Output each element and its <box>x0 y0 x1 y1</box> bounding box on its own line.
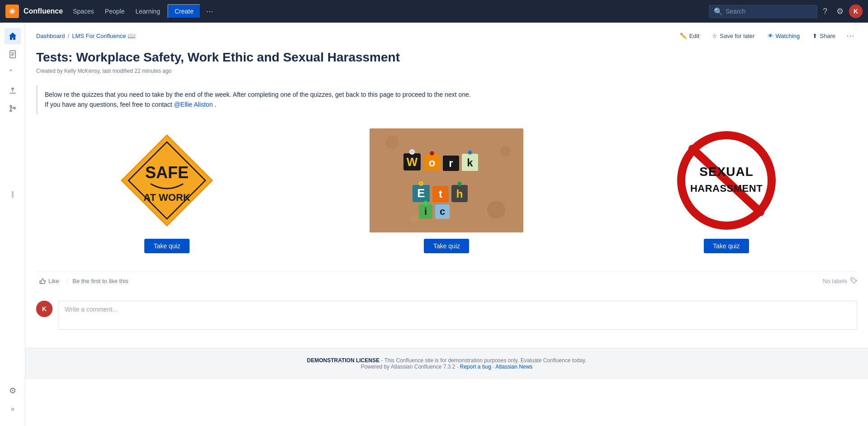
sidebar-icon-export[interactable] <box>5 82 21 99</box>
svg-text:K: K <box>854 8 858 15</box>
description-line2: If you have any questions, feel free to … <box>45 99 850 109</box>
share-button[interactable]: ⬆ Share <box>808 30 840 42</box>
watching-button[interactable]: 👁 Watching <box>763 30 805 42</box>
quiz-image-safe-at-work: SAFE AT WORK <box>90 128 244 232</box>
svg-text:AT WORK: AT WORK <box>143 192 190 203</box>
quiz-grid: SAFE AT WORK Take quiz <box>36 128 857 253</box>
take-quiz-button-3[interactable]: Take quiz <box>704 239 749 253</box>
page-footer-bar: Like | Be the first to like this No labe… <box>36 271 857 290</box>
settings-icon[interactable]: ⚙ <box>833 4 847 19</box>
page-meta: Created by Kelly McKensy, last modified … <box>36 68 857 74</box>
quiz-image-sexual-harassment: SEXUAL HARASSMENT <box>650 128 803 232</box>
thumbs-up-icon <box>39 277 46 284</box>
work-ethic-svg: W o r <box>370 128 523 232</box>
edit-icon: ✏️ <box>680 33 687 39</box>
nav-people[interactable]: People <box>100 5 129 18</box>
footer-license-desc: - This Confluence site is for demonstrat… <box>381 357 586 364</box>
description-prefix: If you have any questions, feel free to … <box>45 101 172 108</box>
sidebar-expand-icon[interactable]: » <box>5 401 21 417</box>
footer-news[interactable]: Atlassian News <box>495 364 532 370</box>
svg-point-7 <box>10 105 12 107</box>
help-icon[interactable]: ? <box>819 4 831 19</box>
comment-box: K Write a comment... <box>36 301 857 330</box>
create-button[interactable]: Create <box>167 4 201 19</box>
page-footer: DEMONSTRATION LICENSE - This Confluence … <box>25 348 868 379</box>
page-content: Tests: Workplace Safety, Work Ethic and … <box>25 43 868 348</box>
svg-point-8 <box>10 110 12 112</box>
svg-text:SEXUAL: SEXUAL <box>699 165 754 179</box>
svg-text:HARASSMENT: HARASSMENT <box>690 183 763 194</box>
label-icon <box>850 277 857 284</box>
like-separator: | <box>66 278 68 284</box>
svg-text:t: t <box>439 188 442 200</box>
quiz-card-safe-at-work: SAFE AT WORK Take quiz <box>36 128 298 253</box>
no-labels-text: No labels <box>823 278 847 284</box>
svg-text:i: i <box>424 206 427 217</box>
labels-area: No labels <box>823 277 857 284</box>
sidebar-settings-icon[interactable]: ⚙ <box>5 383 21 399</box>
watching-label: Watching <box>776 33 800 39</box>
page-title: Tests: Workplace Safety, Work Ethic and … <box>36 50 857 65</box>
main-content: Dashboard / LMS For Confluence 📖 ✏️ Edit… <box>25 23 868 426</box>
svg-text:E: E <box>417 186 425 200</box>
sidebar-icon-branch[interactable] <box>5 100 21 117</box>
take-quiz-button-1[interactable]: Take quiz <box>144 239 190 253</box>
search-input[interactable] <box>726 8 812 15</box>
app-brand-name: Confluence <box>24 7 63 15</box>
app-logo[interactable] <box>5 5 19 18</box>
sidebar-icon-quote[interactable]: " <box>5 64 21 80</box>
description-box: Below re the quizzes that you need to ta… <box>36 85 857 114</box>
quiz-image-work-ethic: W o r <box>370 128 523 232</box>
svg-text:SAFE: SAFE <box>145 163 189 182</box>
svg-point-16 <box>385 135 399 149</box>
more-actions-button[interactable]: ⋯ <box>844 29 857 43</box>
svg-point-54 <box>852 279 853 280</box>
comment-placeholder: Write a comment... <box>65 306 118 313</box>
save-for-later-button[interactable]: ☆ Save for later <box>707 30 759 42</box>
like-label: Like <box>48 278 59 284</box>
user-avatar[interactable]: K <box>849 5 863 18</box>
svg-text:K: K <box>42 305 47 312</box>
page-actions: ✏️ Edit ☆ Save for later 👁 Watching ⬆ Sh… <box>675 29 857 43</box>
breadcrumb-sep1: / <box>68 33 70 39</box>
safe-at-work-svg: SAFE AT WORK <box>117 131 217 230</box>
footer-sep1: · <box>457 364 460 370</box>
search-icon: 🔍 <box>714 7 723 16</box>
quiz-card-sexual-harassment: SEXUAL HARASSMENT Take quiz <box>596 128 857 253</box>
nav-spaces[interactable]: Spaces <box>68 5 99 18</box>
mention-link[interactable]: @Ellie Aliston <box>174 101 213 108</box>
breadcrumb: Dashboard / LMS For Confluence 📖 <box>36 32 135 39</box>
comment-section: K Write a comment... <box>36 301 857 330</box>
eye-icon: 👁 <box>768 33 773 39</box>
svg-point-17 <box>487 201 505 219</box>
take-quiz-button-2[interactable]: Take quiz <box>424 239 469 253</box>
svg-text:o: o <box>429 156 436 169</box>
description-line1: Below re the quizzes that you need to ta… <box>45 90 850 99</box>
sidebar-resize-handle[interactable] <box>12 191 14 198</box>
share-icon: ⬆ <box>812 33 817 39</box>
svg-point-23 <box>411 151 413 153</box>
footer-powered-by: Powered by Atlassian Confluence 7.3.2 <box>361 364 455 370</box>
nav-learning[interactable]: Learning <box>131 5 165 18</box>
breadcrumb-book-icon[interactable]: 📖 <box>128 32 135 39</box>
left-sidebar: " ⚙ » <box>0 23 25 426</box>
quiz-card-work-ethic: W o r <box>316 128 577 253</box>
footer-license: DEMONSTRATION LICENSE <box>307 357 379 364</box>
breadcrumb-lms[interactable]: LMS For Confluence <box>72 33 126 39</box>
comment-avatar: K <box>36 301 52 317</box>
svg-point-27 <box>431 152 433 155</box>
sidebar-icon-home[interactable] <box>5 28 21 44</box>
edit-button[interactable]: ✏️ Edit <box>675 30 704 42</box>
footer-report-bug[interactable]: Report a bug <box>460 364 491 370</box>
like-button[interactable]: Like <box>36 275 62 286</box>
sexual-harassment-svg: SEXUAL HARASSMENT <box>670 131 783 230</box>
svg-point-33 <box>469 151 471 154</box>
nav-more-button[interactable]: ··· <box>203 4 217 19</box>
description-suffix: . <box>214 101 216 108</box>
search-box[interactable]: 🔍 <box>709 5 817 18</box>
breadcrumb-dashboard[interactable]: Dashboard <box>36 33 65 39</box>
svg-point-37 <box>420 183 422 185</box>
comment-input[interactable]: Write a comment... <box>58 301 857 330</box>
svg-point-48 <box>459 183 461 185</box>
sidebar-icon-document[interactable] <box>5 46 21 62</box>
